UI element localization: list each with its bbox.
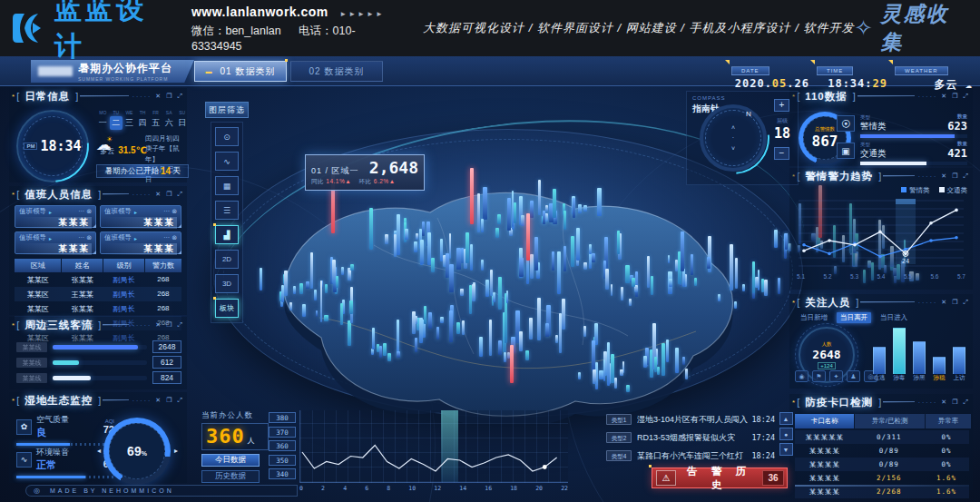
flow-value: 2648	[152, 340, 181, 353]
weekday-cn: 四	[136, 116, 150, 130]
office-count-label: 当前办公人数	[201, 410, 269, 421]
bracket: ]	[98, 395, 101, 406]
alert-item[interactable]: 类型4某路口有小汽车连闯三个红灯18:24	[606, 447, 775, 465]
grid-icon[interactable]: ▦	[215, 176, 239, 195]
x-tick: 5.7	[957, 273, 965, 280]
alert-type-tag: 类型2	[606, 432, 632, 443]
110-row-line: 类型警情类数量623	[860, 113, 967, 133]
table-header-cell: 姓名	[62, 259, 103, 272]
signal-icon[interactable]: ∿	[215, 152, 239, 171]
card-more-icon[interactable]: ··· ⊗	[78, 234, 92, 241]
duty-leader-card[interactable]: 值班领导▸··· ⊗某某某	[100, 231, 181, 254]
scroll-down-button[interactable]: ▼	[779, 443, 793, 456]
focus-category-icons: ◉⚑✦♟◎	[795, 370, 877, 382]
compass-dial[interactable]: N ˄·˅	[700, 104, 767, 172]
tab-data-category-2[interactable]: 02 数据类别	[290, 61, 383, 82]
panel-header: * [ 日常信息 ] ····· ✕ ❐ ⤢	[9, 88, 187, 104]
focus-tab[interactable]: 当日新增	[797, 312, 831, 323]
panel-header: * [ 周边三线客流 ] ····· ✕ ❐ ⤢	[9, 317, 187, 333]
window-control-icons[interactable]: ✕ ❐ ⤢	[155, 93, 184, 100]
focus-category-icon-2[interactable]: ⚑	[812, 370, 826, 382]
table-header-cell: 级别	[103, 259, 144, 272]
checkpoint-rate: 0%	[924, 460, 969, 468]
zoom-out-button[interactable]: −	[774, 147, 789, 160]
alert-item[interactable]: 类型1湿地3-104片区有不明人员闯入18:24	[606, 410, 775, 428]
window-control-icons[interactable]: ✕ ❐ ⤢	[941, 299, 970, 306]
gauge-arrow-left[interactable]: ◂	[97, 447, 101, 455]
panel-title: 周边三线客流	[24, 319, 93, 332]
card-more-icon[interactable]: ··· ⊗	[163, 234, 177, 241]
flow-row: 某某线2648	[16, 340, 181, 353]
gauge-arrow-right[interactable]: ▸	[174, 447, 178, 455]
bar	[913, 341, 926, 374]
focus-category-icon-3[interactable]: ✦	[829, 370, 843, 382]
bar-category: 涉黑	[909, 374, 929, 382]
card-more-icon[interactable]: ··· ⊗	[78, 208, 92, 215]
legend-item[interactable]: 交通类	[939, 186, 968, 195]
duty-leader-card[interactable]: 值班领导▸··· ⊗某某某	[100, 205, 181, 228]
panel-police-trend: * [ 警情警力趋势 ] ····· ✕ ❐ ⤢ 警情类交通类 24 5.15.…	[789, 168, 973, 290]
bracket: [	[16, 189, 19, 200]
alert-type-tag: 类型4	[606, 450, 632, 461]
dashboard: 暑期办公协作平台 SUMMER WORKING PLATFORM 01 数据类别…	[0, 56, 980, 502]
trend-chart: 24	[795, 197, 967, 271]
tab-data-category-1[interactable]: 01 数据类别	[194, 61, 287, 82]
duty-leader-card[interactable]: 值班领导▸··· ⊗某某某	[15, 231, 96, 254]
panel-header: * [ 湿地生态监控 ] ····· ✕ ❐ ⤢	[9, 392, 187, 408]
table-header-cell: 区域	[15, 259, 61, 272]
metric-status: 正常	[36, 458, 69, 472]
promo-banner: 蓝蓝设计 www.lanlanwork.com ►►►►► 微信：ben_lan…	[0, 0, 980, 56]
alert-item[interactable]: 类型2RD13-53烟感报警疑似火灾17:24	[606, 428, 775, 447]
window-control-icons[interactable]: ✕ ❐ ⤢	[941, 399, 970, 406]
flow-label: 某某线	[16, 373, 47, 383]
bracket: ]	[98, 189, 101, 200]
scroll-up-button[interactable]: ▲	[779, 412, 793, 425]
camera-icon[interactable]: ⊙	[215, 127, 239, 146]
weather-text: 多云	[100, 146, 114, 156]
card-name: 某某某	[104, 243, 177, 255]
mode-block-button[interactable]: 板块	[215, 299, 239, 318]
mode-2d-button[interactable]: 2D	[215, 250, 239, 269]
card-more-icon[interactable]: ··· ⊗	[163, 208, 177, 215]
panel-header: * [ 关注人员 ] ····· ✕ ❐ ⤢	[789, 294, 973, 310]
scroll-thumb[interactable]: ●	[779, 428, 793, 440]
focus-category-icon-1[interactable]: ◉	[795, 370, 808, 382]
flow-track	[53, 360, 147, 365]
window-control-icons[interactable]: ✕ ❐ ⤢	[941, 93, 970, 100]
checkpoint-header-cell[interactable]: 异常率	[926, 414, 971, 428]
panel-eco-monitor: * [ 湿地生态监控 ] ····· ✕ ❐ ⤢ ✿ 空气质量 良 AQI	[9, 392, 187, 483]
website-link[interactable]: www.lanlanwork.com	[191, 5, 328, 19]
legend-item[interactable]: 警情类	[901, 186, 930, 195]
alert-history-button[interactable]: ⚠ 告 警 历 史 36	[652, 468, 788, 488]
today-data-button[interactable]: 今日数据	[201, 454, 260, 467]
history-data-button[interactable]: 历史数据	[201, 470, 260, 483]
lunar-line: 闰四月初四	[145, 133, 187, 143]
flow-track	[53, 345, 147, 349]
checkpoint-header-cell[interactable]: 卡口名称	[795, 414, 854, 428]
list-icon[interactable]: ☰	[215, 201, 239, 220]
window-control-icons[interactable]: ✕ ❐ ⤢	[155, 397, 184, 404]
bar-chart-icon[interactable]: ▟	[215, 225, 239, 244]
weather-value: 多云 ☁	[895, 77, 973, 93]
checkpoint-header-cell[interactable]: 异常/已检测	[855, 414, 925, 428]
weekday-cn: 日	[175, 116, 189, 130]
zoom-controls: + 层级 18 −	[774, 99, 790, 160]
focus-category-icon-4[interactable]: ♟	[847, 370, 860, 382]
bar-category: 涉毒	[889, 374, 909, 382]
checkpoint-detect: 2/268	[854, 487, 924, 496]
alert-list: 类型1湿地3-104片区有不明人员闯入18:24类型2RD13-53烟感报警疑似…	[606, 410, 775, 465]
zoom-in-button[interactable]: +	[774, 99, 789, 112]
window-control-icons[interactable]: ✕ ❐ ⤢	[941, 172, 970, 180]
weekday-cn: 二	[110, 116, 123, 130]
duty-leader-card[interactable]: 值班领导▸··· ⊗某某某	[15, 205, 96, 228]
mode-3d-button[interactable]: 3D	[215, 274, 239, 293]
checkpoint-detect: 2/156	[854, 474, 924, 482]
window-control-icons[interactable]: ✕ ❐ ⤢	[155, 191, 184, 198]
x-tick: 5.5	[904, 273, 912, 280]
header-dots: ·····	[132, 94, 152, 100]
focus-tab[interactable]: 当日离开	[837, 312, 871, 323]
count-label: 数量	[947, 141, 967, 147]
table-cell: 268	[145, 272, 181, 287]
flow-label: 某某线	[16, 342, 47, 352]
window-control-icons[interactable]: ✕ ❐ ⤢	[155, 321, 184, 329]
